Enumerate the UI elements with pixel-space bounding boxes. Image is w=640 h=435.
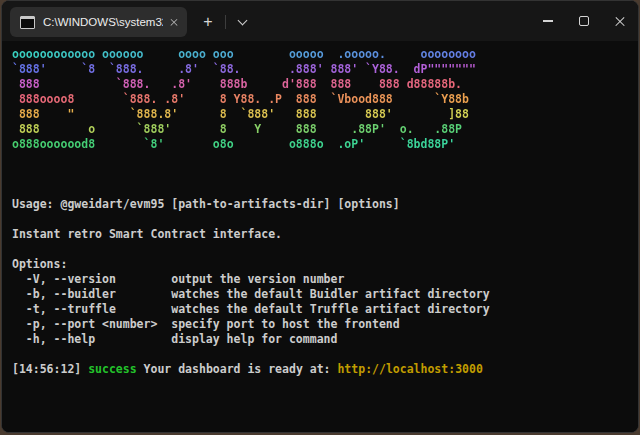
tab-close-icon[interactable] — [170, 18, 178, 26]
ascii-line: o888ooooood8 `8' o8o o888o .oP' `8bd88P' — [12, 137, 455, 152]
option-flags: -V, --version — [12, 272, 171, 287]
options-header: Options: — [12, 257, 638, 272]
option-row-help: -h, --helpdisplay help for command — [12, 332, 638, 347]
chevron-down-icon — [237, 16, 247, 26]
option-desc: watches the default Buidler artifact dir… — [171, 287, 490, 301]
tab-separator — [225, 15, 226, 29]
ascii-banner-evm95: oooooooooooo oooooo oooo ooo ooooo .oooo… — [12, 47, 638, 152]
option-row-truffle: -t, --trufflewatches the default Truffle… — [12, 302, 638, 317]
minimize-button[interactable] — [530, 1, 566, 41]
cmd-prompt-icon — [20, 16, 35, 29]
close-icon — [615, 16, 625, 26]
status-badge: success — [88, 362, 136, 376]
blank-line — [12, 347, 638, 362]
option-row-version: -V, --versionoutput the version number — [12, 272, 638, 287]
option-flags: -h, --help — [12, 332, 171, 347]
ascii-line: oooooooooooo oooooo oooo ooo ooooo .oooo… — [12, 47, 476, 62]
ascii-line: 888oooo8 `888. .8' 8 Y88. .P 888 `Vbood8… — [12, 92, 469, 107]
ascii-line: 888 `888. .8' 888b d'888 888 888 d88888b… — [12, 77, 462, 92]
option-row-buidler: -b, --buidlerwatches the default Buidler… — [12, 287, 638, 302]
plus-icon: + — [203, 13, 212, 31]
option-row-port: -p, --port <number>specify port to host … — [12, 317, 638, 332]
maximize-button[interactable] — [566, 1, 602, 41]
blank-line — [12, 212, 638, 227]
new-tab-button[interactable]: + — [193, 7, 223, 37]
ascii-line: 888 o `888' 8 Y 888 .88P' o. .88P — [12, 122, 462, 137]
close-button[interactable] — [602, 1, 638, 41]
maximize-icon — [579, 16, 589, 26]
tab-title: C:\WINDOWS\system32\cmd. — [43, 16, 163, 28]
blank-line — [12, 167, 638, 182]
tab-dropdown-button[interactable] — [228, 7, 256, 37]
description-line: Instant retro Smart Contract interface. — [12, 227, 638, 242]
blank-line — [12, 182, 638, 197]
status-url[interactable]: http://localhost:3000 — [337, 362, 482, 376]
ascii-line: 888 " `888.8' 8 `888' 888 888' ]88 — [12, 107, 469, 122]
tab-cmd[interactable]: C:\WINDOWS\system32\cmd. — [10, 7, 187, 37]
status-line: [14:56:12] success Your dashboard is rea… — [12, 362, 638, 377]
caption-buttons — [530, 1, 638, 41]
titlebar[interactable]: C:\WINDOWS\system32\cmd. + — [2, 1, 638, 41]
option-flags: -b, --buidler — [12, 287, 171, 302]
option-desc: display help for command — [171, 332, 337, 346]
terminal-output[interactable]: oooooooooooo oooooo oooo ooo ooooo .oooo… — [2, 41, 638, 432]
option-flags: -t, --truffle — [12, 302, 171, 317]
status-message: Your dashboard is ready at: — [137, 362, 338, 376]
usage-line: Usage: @gweidart/evm95 [path-to-artifact… — [12, 197, 638, 212]
option-desc: output the version number — [171, 272, 344, 286]
blank-line — [12, 242, 638, 257]
option-desc: watches the default Truffle artifact dir… — [171, 302, 490, 316]
ascii-line: `888' `8 `888. .8' `88. .888' 888' `Y88.… — [12, 62, 476, 77]
minimize-icon — [543, 20, 553, 21]
blank-line — [12, 152, 638, 167]
terminal-window: C:\WINDOWS\system32\cmd. + oooooooooooo … — [1, 0, 639, 433]
status-timestamp: [14:56:12] — [12, 362, 88, 376]
option-flags: -p, --port <number> — [12, 317, 171, 332]
option-desc: specify port to host the frontend — [171, 317, 399, 331]
